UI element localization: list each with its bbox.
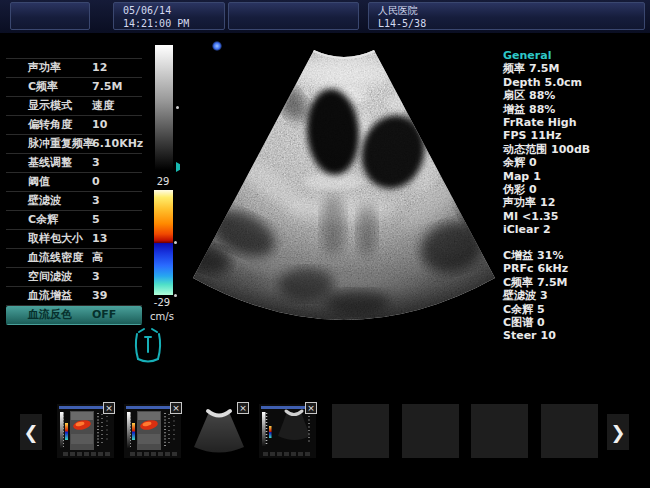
param-row-selected[interactable]: 血流反色OFF <box>6 306 142 325</box>
thumbnail-slot-empty <box>332 404 389 458</box>
status-line: 伪彩0 <box>503 183 648 196</box>
status-line: FPS11Hz <box>503 129 648 142</box>
thumbnail-slot-empty <box>541 404 598 458</box>
param-row[interactable]: C频率7.5M <box>6 78 142 97</box>
status-line: 动态范围100dB <box>503 143 648 156</box>
status-line: Depth5.0cm <box>503 76 648 89</box>
status-line: C频率7.5M <box>503 276 648 289</box>
status-panel-color: C增益31% PRFc6kHz C频率7.5M 壁滤波3 C余辉5 C图谱0 S… <box>503 249 648 343</box>
parameter-menu: 声功率12 C频率7.5M 显示模式速度 偏转角度10 脉冲重复频率6.10KH… <box>6 58 142 325</box>
close-icon[interactable]: × <box>170 402 182 414</box>
param-row[interactable]: 显示模式速度 <box>6 97 142 116</box>
param-row[interactable]: 脉冲重复频率6.10KHz <box>6 135 142 154</box>
param-row[interactable]: 血流增益39 <box>6 287 142 306</box>
chevron-right-icon[interactable]: ❯ <box>607 414 629 450</box>
status-line: 频率7.5M <box>503 62 648 75</box>
status-line: 增益88% <box>503 103 648 116</box>
status-line: 声功率12 <box>503 196 648 209</box>
date-text: 05/06/14 <box>123 4 224 17</box>
status-line: FrRateHigh <box>503 116 648 129</box>
param-row[interactable]: 偏转角度10 <box>6 116 142 135</box>
chevron-left-icon[interactable]: ❮ <box>20 414 42 450</box>
patient-info-box <box>10 2 90 30</box>
status-line: 壁滤波3 <box>503 289 648 302</box>
scale-dot <box>174 241 177 244</box>
echo-display[interactable] <box>180 38 500 383</box>
status-line: MI<1.35 <box>503 210 648 223</box>
param-row[interactable]: 基线调整3 <box>6 154 142 173</box>
status-line: C图谱0 <box>503 316 648 329</box>
status-line: Steer10 <box>503 329 648 342</box>
param-row[interactable]: 血流线密度高 <box>6 249 142 268</box>
status-line: 余辉0 <box>503 156 648 169</box>
status-line: PRFc6kHz <box>503 262 648 275</box>
param-row[interactable]: 空间滤波3 <box>6 268 142 287</box>
status-line: C增益31% <box>503 249 648 262</box>
top-bar: 05/06/14 14:21:00 PM 人民医院 L14-5/38 <box>0 0 650 33</box>
thumbnail-slot-empty <box>402 404 459 458</box>
probe-model: L14-5/38 <box>378 17 644 30</box>
time-text: 14:21:00 PM <box>123 17 224 30</box>
status-line: C余辉5 <box>503 303 648 316</box>
status-panel-general: General 频率7.5M Depth5.0cm 扇区88% 增益88% Fr… <box>503 49 648 237</box>
thumbnail-slot-empty <box>471 404 528 458</box>
status-line: 扇区88% <box>503 89 648 102</box>
close-icon[interactable]: × <box>305 402 317 414</box>
grayscale-bar <box>155 45 173 170</box>
param-row[interactable]: 取样包大小13 <box>6 230 142 249</box>
param-row[interactable]: C余辉5 <box>6 211 142 230</box>
hospital-name: 人民医院 <box>378 4 644 17</box>
param-row[interactable]: 声功率12 <box>6 58 142 78</box>
status-line: iClear2 <box>503 223 648 236</box>
velocity-min-label: -29 <box>145 297 179 308</box>
param-row[interactable]: 壁滤波3 <box>6 192 142 211</box>
hospital-box: 人民医院 L14-5/38 <box>368 2 645 30</box>
body-marker-icon[interactable] <box>131 325 165 365</box>
scale-dot <box>176 106 179 109</box>
velocity-max-label: 29 <box>148 176 178 187</box>
focus-marker-dot <box>212 41 222 51</box>
param-row[interactable]: 阈值0 <box>6 173 142 192</box>
close-icon[interactable]: × <box>103 402 115 414</box>
exam-info-box <box>228 2 359 30</box>
status-header: General <box>503 49 648 62</box>
velocity-unit-label: cm/s <box>141 311 183 322</box>
velocity-colorbar <box>154 190 173 295</box>
status-line: Map1 <box>503 170 648 183</box>
datetime-box: 05/06/14 14:21:00 PM <box>113 2 225 30</box>
close-icon[interactable]: × <box>237 402 249 414</box>
